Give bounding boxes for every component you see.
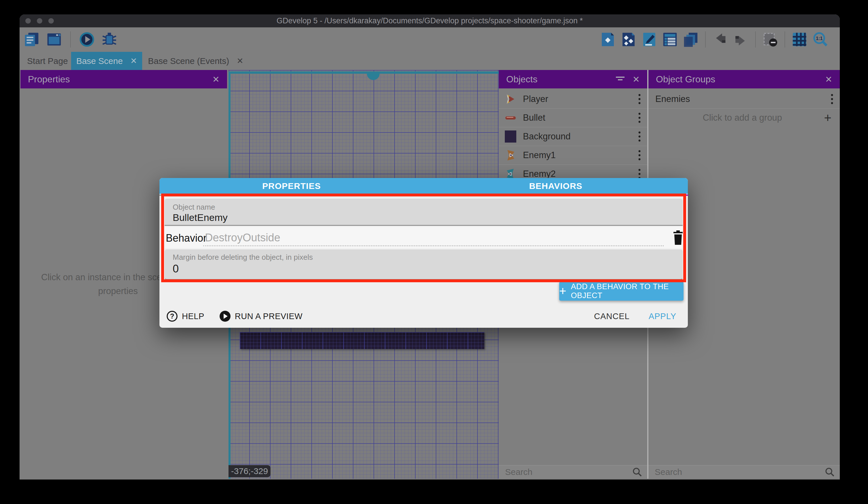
titlebar: GDevelop 5 - /Users/dkarakay/Documents/G… [20,14,840,27]
apply-button[interactable]: APPLY [649,312,676,321]
window-title: GDevelop 5 - /Users/dkarakay/Documents/G… [20,14,840,27]
delete-behavior-icon[interactable] [672,230,684,245]
background-object-icon [504,130,517,143]
object-menu-icon[interactable] [638,93,641,105]
screen: GDevelop 5 - /Users/dkarakay/Documents/G… [0,0,868,504]
close-icon[interactable]: ✕ [633,74,640,84]
project-manager-icon[interactable] [24,31,40,48]
object-menu-icon[interactable] [638,150,641,161]
traffic-lights [25,18,54,24]
panel-title: Object Groups [656,74,825,85]
debug-icon[interactable] [101,31,117,48]
run-preview-button[interactable]: RUN A PREVIEW [219,311,302,322]
scene-window-handle[interactable] [367,74,380,80]
object-row-enemy1[interactable]: Enemy1 [499,146,647,165]
enemy1-object-icon [504,149,517,162]
dialog-actions: ? HELP RUN A PREVIEW CANCEL APPLY [166,309,676,323]
play-icon [219,311,231,322]
edit-object-groups-icon[interactable] [620,31,637,48]
close-icon[interactable]: ✕ [213,74,220,84]
edit-objects-icon[interactable] [600,31,616,48]
objects-search-input[interactable] [505,467,632,477]
add-group-icon[interactable]: + [819,111,836,125]
object-row-background[interactable]: Background [499,127,647,146]
svg-text:?: ? [170,312,174,320]
toolbar-separator [70,31,71,48]
instances-list-icon[interactable] [683,31,699,48]
search-icon [632,467,642,477]
object-menu-icon[interactable] [638,131,641,142]
background-object-instance[interactable] [240,332,484,349]
object-editor-dialog: PROPERTIES BEHAVIORS Object name Behavio… [159,178,688,328]
run-preview-icon[interactable] [79,31,95,48]
svg-text:1:1: 1:1 [816,36,823,41]
cursor-coordinates-badge: -376;-329 [228,465,270,477]
start-page-icon[interactable] [46,31,62,48]
behavior-underline [203,245,664,246]
objects-search-bar [499,465,647,478]
empty-properties-message: Click on an instance in the scene [41,272,172,283]
close-tab-icon[interactable]: ✕ [131,56,137,65]
edit-scene-properties-icon[interactable] [641,31,657,48]
toolbar-separator [755,31,756,48]
toggle-mask-icon[interactable] [762,31,778,48]
object-name-label: Object name [173,203,215,212]
tab-base-scene[interactable]: Base Scene ✕ [71,52,142,70]
toggle-grid-icon[interactable] [792,31,808,48]
object-groups-panel-header: Object Groups ✕ [648,70,840,88]
toolbar-separator [785,31,785,48]
objects-panel-header: Objects ✕ [499,70,647,88]
object-row-player[interactable]: Player [499,90,647,109]
panel-title: Properties [28,74,213,85]
close-tab-icon[interactable]: ✕ [237,56,243,65]
behavior-name-value[interactable]: DestroyOutside [205,232,280,244]
group-menu-icon[interactable] [830,93,834,105]
groups-search-bar [648,465,840,478]
filter-icon[interactable] [615,75,625,83]
properties-panel-header: Properties ✕ [20,70,227,88]
object-row-bullet[interactable]: Bullet [499,108,647,127]
zoom-reset-icon[interactable]: 1:1 [812,31,828,48]
behavior-row: Behavior DestroyOutside [165,227,683,248]
minimize-window-button[interactable] [37,18,42,24]
dialog-tab-properties[interactable]: PROPERTIES [159,178,424,194]
margin-field[interactable]: Margin before deleting the object, in pi… [165,249,683,280]
search-icon [825,467,835,477]
undo-icon[interactable] [712,31,728,48]
groups-search-input[interactable] [654,467,825,477]
help-icon: ? [166,311,178,322]
editor-tabs: Start Page Base Scene ✕ Base Scene (Even… [20,52,840,70]
zoom-window-button[interactable] [48,18,54,24]
toolbar-separator [705,31,706,48]
object-name-field[interactable]: Object name [165,199,683,226]
add-behavior-button[interactable]: + ADD A BEHAVIOR TO THE OBJECT [559,282,683,301]
dialog-tab-behaviors[interactable]: BEHAVIORS [424,178,688,194]
redo-icon[interactable] [733,31,749,48]
bullet-object-icon [504,111,517,124]
tab-start-page[interactable]: Start Page [26,52,69,70]
help-button[interactable]: ? HELP [166,311,204,322]
group-row-enemies[interactable]: Enemies [648,90,840,109]
open-events-icon[interactable] [662,31,678,48]
tab-indicator-active [424,194,688,196]
tab-indicator-inactive [159,194,424,196]
panel-title: Objects [506,74,615,85]
close-window-button[interactable] [25,18,31,24]
add-group-row[interactable]: Click to add a group + [648,108,840,127]
cancel-button[interactable]: CANCEL [594,312,630,321]
object-name-input[interactable] [173,212,662,223]
player-object-icon [504,92,517,106]
behavior-label: Behavior [166,232,207,244]
empty-properties-message: properties [98,286,138,296]
close-icon[interactable]: ✕ [825,74,832,84]
scene-window-top-border [228,71,499,74]
margin-label: Margin before deleting the object, in pi… [173,253,313,262]
tab-base-scene-events[interactable]: Base Scene (Events) ✕ [144,52,248,70]
main-toolbar: 1:1 [20,27,840,52]
object-menu-icon[interactable] [638,112,641,123]
dialog-tab-bar: PROPERTIES BEHAVIORS [159,178,688,194]
margin-input[interactable] [173,263,662,275]
